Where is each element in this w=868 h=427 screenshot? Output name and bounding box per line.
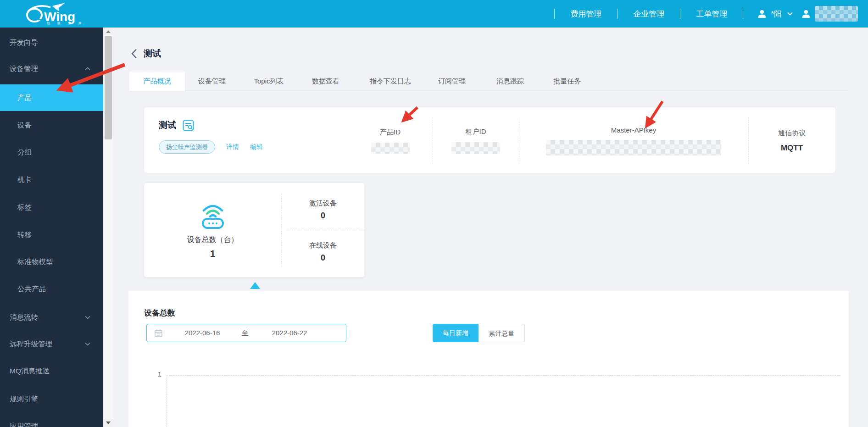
product-name: 测试 [159,119,176,131]
sidebar-item-app-management[interactable]: 应用管理 [0,413,103,427]
apikey-label: Master-APIkey [611,126,656,134]
user-name: *阳 [771,9,782,19]
chevron-up-icon [85,67,90,71]
detail-link[interactable]: 详情 [226,143,239,151]
tenant-id-column: 租户ID [433,117,519,164]
panel-pointer-triangle [250,282,260,289]
tab-data-view[interactable]: 数据查看 [312,72,339,91]
protocol-label: 通信协议 [778,129,806,138]
tab-batch-task[interactable]: 批量任务 [553,72,581,91]
activated-devices-value: 0 [321,211,325,221]
page-title: 测试 [144,48,161,60]
online-devices-label: 在线设备 [309,241,337,250]
device-wifi-icon [200,202,226,229]
date-end-value[interactable]: 2022-06-22 [272,324,307,342]
sidebar-item-standard-model[interactable]: 标准物模型 [0,249,103,275]
tab-product-overview[interactable]: 产品概况 [129,72,185,91]
app-window: Wing 智 联 未 来 费用管理 企业管理 工单管理 *阳 [0,0,868,427]
scroll-down-button[interactable] [104,419,113,427]
header-nav: 费用管理 企业管理 工单管理 *阳 [554,0,868,28]
scroll-up-button[interactable] [104,28,113,35]
stats-divider-horizontal [287,230,364,230]
sidebar-item-dev-wizard[interactable]: 开发向导 [0,29,103,56]
sidebar-item-product[interactable]: 产品 [0,84,103,111]
sidebar-item-message-flow[interactable]: 消息流转 [0,304,103,331]
chevron-down-icon [85,316,90,319]
date-separator: 至 [242,324,249,342]
back-icon[interactable] [131,49,137,59]
date-start-value[interactable]: 2022-06-16 [185,324,220,342]
sidebar-item-tag[interactable]: 标签 [0,194,103,221]
product-tag-row: 扬尘噪声监测器 详情 编辑 [159,140,263,154]
nav-enterprise-management[interactable]: 企业管理 [618,9,680,19]
triangle-up-icon [106,30,111,33]
nav-workorder-management[interactable]: 工单管理 [680,9,743,19]
sidebar-item-mq-push[interactable]: MQ消息推送 [0,358,103,384]
device-total-label: 设备总数（台） [187,235,239,245]
tab-device-management[interactable]: 设备管理 [198,72,226,91]
online-devices-cell: 在线设备 0 [282,233,364,270]
device-total-block: 设备总数（台） 1 [144,183,281,278]
tab-message-trace[interactable]: 消息跟踪 [496,72,524,91]
tab-topic-list[interactable]: Topic列表 [254,72,284,91]
calendar-icon [155,329,162,337]
chevron-down-icon [85,342,90,346]
sidebar: 开发向导 设备管理 产品 设备 分组 机卡 标签 转移 标准物模型 公共产品 消… [0,28,103,427]
protocol-column: 通信协议 MQTT [748,117,835,164]
section-title: 设备总数 [144,308,175,318]
sidebar-item-remote-upgrade[interactable]: 远程升级管理 [0,331,103,357]
chevron-down-icon [787,12,793,16]
sidebar-item-transfer[interactable]: 转移 [0,222,103,248]
activated-devices-label: 激活设备 [309,199,337,208]
chart-gridline-top [167,375,840,376]
device-total-value: 1 [210,248,216,259]
online-devices-value: 0 [321,253,325,263]
user-menu[interactable]: *阳 [743,9,801,19]
protocol-value: MQTT [781,144,803,153]
sidebar-item-rule-engine[interactable]: 规则引擎 [0,386,103,412]
redacted-apikey [546,140,721,155]
user2-icon[interactable] [801,9,811,19]
product-id-column: 产品ID [348,117,433,164]
chart-mode-toggle: 每日新增 累计总量 [433,324,525,342]
redacted-account-name [815,6,858,22]
user-icon [757,9,767,19]
tab-subscription[interactable]: 订阅管理 [438,72,466,91]
device-stats-card: 设备总数（台） 1 激活设备 0 在线设备 0 [144,183,365,277]
product-id-label: 产品ID [380,128,401,137]
doc-search-icon[interactable] [183,120,194,131]
product-category-tag: 扬尘噪声监测器 [159,140,215,154]
redacted-tenant-id [451,142,500,154]
logo-subtitle: 智 联 未 来 [47,21,85,26]
sidebar-item-public-product[interactable]: 公共产品 [0,276,103,302]
tab-command-log[interactable]: 指令下发日志 [370,72,411,91]
chart-gridline-left [167,375,167,427]
sidebar-item-device[interactable]: 设备 [0,112,103,139]
redacted-product-id [371,143,410,154]
scrollbar-thumb[interactable] [105,36,112,139]
product-name-row: 测试 [159,119,194,131]
sidebar-item-group[interactable]: 分组 [0,139,103,166]
edit-link[interactable]: 编辑 [250,143,263,151]
apikey-column: Master-APIkey [519,117,749,164]
date-range-picker[interactable]: 2022-06-16 至 2022-06-22 [146,324,346,342]
toggle-daily-new[interactable]: 每日新增 [433,324,479,342]
sidebar-item-device-management[interactable]: 设备管理 [0,55,103,82]
chart-ytick-1: 1 [144,370,161,378]
sidebar-item-sim-card[interactable]: 机卡 [0,166,103,193]
sidebar-scrollbar[interactable] [103,28,113,427]
nav-fee-management[interactable]: 费用管理 [555,9,617,19]
product-info-card: 测试 扬尘噪声监测器 详情 编辑 产品ID 租户ID Master-APIkey [144,107,836,173]
top-header: Wing 智 联 未 来 费用管理 企业管理 工单管理 *阳 [0,0,868,28]
toggle-cumulative[interactable]: 累计总量 [479,324,525,342]
triangle-down-icon [106,421,111,424]
device-trend-panel [128,291,849,427]
activated-devices-cell: 激活设备 0 [282,191,364,228]
tenant-id-label: 租户ID [466,128,486,136]
tabbar-underline [129,90,848,91]
